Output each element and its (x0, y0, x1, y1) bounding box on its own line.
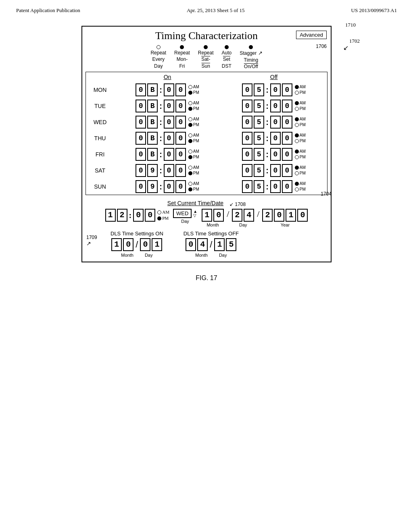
day-spinners[interactable]: ▲ ▽ (193, 210, 197, 218)
digit-sat-on-2[interactable]: 0 (164, 164, 174, 177)
pm-circle-wed-on (188, 123, 192, 127)
dls-on-day-0[interactable]: 0 (140, 238, 150, 251)
dls-on-month-1[interactable]: 0 (123, 238, 133, 251)
digit-sun-off-0[interactable]: 0 (242, 180, 252, 193)
digit-wed-off-1[interactable]: 5 (254, 116, 264, 129)
time-digit-1[interactable]: 2 (117, 209, 127, 222)
dls-on-section: DLS Time Settings ON 1 0 / 0 1 Month Day (111, 231, 163, 258)
digit-sat-off-0[interactable]: 0 (242, 164, 252, 177)
digit-tue-off-2[interactable]: 0 (270, 100, 281, 112)
digit-sat-on-1[interactable]: 9 (147, 164, 158, 177)
dls-off-label: DLS Time Settings OFF (184, 231, 239, 237)
digit-wed-off-0[interactable]: 0 (242, 116, 252, 129)
digit-tue-off-1[interactable]: 5 (254, 100, 264, 112)
year-digit-0[interactable]: 2 (262, 209, 273, 222)
digit-mon-off-2[interactable]: 0 (270, 83, 281, 96)
am-circle-wed-on (188, 117, 192, 121)
digit-sat-on-3[interactable]: 0 (175, 164, 186, 177)
digit-thu-off-3[interactable]: 0 (282, 132, 292, 145)
digit-sun-off-2[interactable]: 0 (270, 180, 281, 193)
main-panel: Timing Characterization Advanced Repeat … (81, 26, 332, 262)
digit-fri-on-1[interactable]: B (147, 148, 158, 161)
digit-tue-on-1[interactable]: B (147, 100, 158, 112)
digit-wed-on-2[interactable]: 0 (164, 116, 174, 129)
ref-1709: 1709 (86, 235, 97, 240)
dls-off-day-1[interactable]: 5 (226, 238, 236, 251)
digit-tue-on-3[interactable]: 0 (175, 100, 186, 112)
month-digit-0[interactable]: 1 (202, 209, 212, 222)
digit-wed-on-0[interactable]: 0 (136, 116, 146, 129)
dls-off-month-0[interactable]: 0 (186, 238, 196, 251)
main-content: 1710 1702 ↙ Timing Characterization Adva… (0, 14, 413, 282)
spinner-down-arrow[interactable]: ▽ (193, 214, 197, 218)
digit-sun-off-3[interactable]: 0 (282, 180, 292, 193)
digit-tue-on-2[interactable]: 0 (164, 100, 174, 112)
digit-mon-on-0[interactable]: 0 (136, 83, 146, 96)
digit-fri-off-0[interactable]: 0 (242, 148, 252, 161)
am-pm-sun-off: AM PM (295, 181, 306, 192)
month-digit-1[interactable]: 0 (213, 209, 224, 222)
digit-tue-off-0[interactable]: 0 (242, 100, 252, 112)
am-circle-sun-off (295, 182, 299, 186)
year-digit-1[interactable]: 0 (274, 209, 284, 222)
digit-sat-off-3[interactable]: 0 (282, 164, 292, 177)
digit-mon-off-0[interactable]: 0 (242, 83, 252, 96)
digit-fri-off-3[interactable]: 0 (282, 148, 292, 161)
digit-tue-on-0[interactable]: 0 (136, 100, 146, 112)
time-digit-2[interactable]: 0 (133, 209, 144, 222)
digit-fri-on-0[interactable]: 0 (136, 148, 146, 161)
digit-sun-on-2[interactable]: 0 (164, 180, 174, 193)
header-middle: Apr. 25, 2013 Sheet 5 of 15 (187, 7, 245, 14)
time-digit-3[interactable]: 0 (145, 209, 155, 222)
advanced-button[interactable]: Advanced (296, 31, 327, 39)
day-label-sat: SAT (86, 167, 114, 174)
dls-off-month-1[interactable]: 4 (197, 238, 208, 251)
year-digit-3[interactable]: 0 (297, 209, 308, 222)
digit-mon-on-2[interactable]: 0 (164, 83, 174, 96)
dls-on-day-1[interactable]: 1 (152, 238, 162, 251)
digit-sun-off-1[interactable]: 5 (254, 180, 264, 193)
digit-thu-on-1[interactable]: B (147, 132, 158, 145)
set-day-digit-1[interactable]: 4 (244, 209, 254, 222)
digit-thu-on-3[interactable]: 0 (175, 132, 186, 145)
auto-set-dst: Auto Set DST (222, 45, 232, 69)
digit-mon-off-1[interactable]: 5 (254, 83, 264, 96)
dls-off-section: DLS Time Settings OFF 0 4 / 1 5 Month Da… (184, 231, 239, 258)
dls-on-month-0[interactable]: 1 (111, 238, 122, 251)
digit-sun-on-0[interactable]: 0 (136, 180, 146, 193)
schedule-header: On Off (86, 72, 327, 82)
day-name-box[interactable]: WED (173, 209, 192, 218)
digit-mon-on-3[interactable]: 0 (175, 83, 186, 96)
digit-sat-on-0[interactable]: 0 (136, 164, 146, 177)
digit-thu-on-0[interactable]: 0 (136, 132, 146, 145)
digit-mon-on-1[interactable]: B (147, 83, 158, 96)
ref-1704: 1704 (321, 191, 332, 197)
digit-thu-off-2[interactable]: 0 (270, 132, 281, 145)
digit-wed-off-3[interactable]: 0 (282, 116, 292, 129)
dls-off-day-0[interactable]: 1 (214, 238, 225, 251)
time-digit-0[interactable]: 1 (105, 209, 116, 222)
digit-fri-on-2[interactable]: 0 (164, 148, 174, 161)
circle-filled-icon-2 (204, 45, 208, 49)
digit-thu-on-2[interactable]: 0 (164, 132, 174, 145)
schedule-panel: On Off MON 0 B : 0 (86, 72, 327, 195)
digit-wed-on-3[interactable]: 0 (175, 116, 186, 129)
digit-fri-off-1[interactable]: 5 (254, 148, 264, 161)
ref-1702: 1702 (349, 38, 360, 44)
digit-tue-off-3[interactable]: 0 (282, 100, 292, 112)
digit-wed-off-2[interactable]: 0 (270, 116, 281, 129)
digit-wed-on-1[interactable]: B (147, 116, 158, 129)
digit-sun-on-3[interactable]: 0 (175, 180, 186, 193)
digit-fri-on-3[interactable]: 0 (175, 148, 186, 161)
digit-sat-off-2[interactable]: 0 (270, 164, 281, 177)
set-day-digit-0[interactable]: 2 (232, 209, 242, 222)
digit-thu-off-1[interactable]: 5 (254, 132, 264, 145)
on-time-mon: 0 B : 0 0 AM PM (114, 83, 221, 96)
digit-fri-off-2[interactable]: 0 (270, 148, 281, 161)
digit-mon-off-3[interactable]: 0 (282, 83, 292, 96)
am-circle-sat-on (188, 166, 192, 170)
year-digit-2[interactable]: 1 (286, 209, 296, 222)
digit-sat-off-1[interactable]: 5 (254, 164, 264, 177)
digit-sun-on-1[interactable]: 9 (147, 180, 158, 193)
digit-thu-off-0[interactable]: 0 (242, 132, 252, 145)
